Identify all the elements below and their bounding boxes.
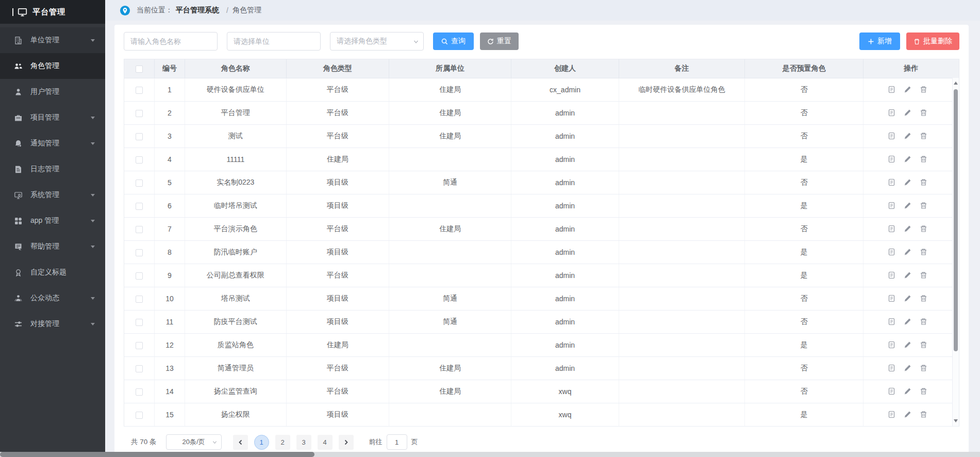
detail-icon[interactable]: [888, 387, 895, 395]
edit-icon[interactable]: [904, 178, 911, 186]
edit-icon[interactable]: [904, 202, 911, 209]
detail-icon[interactable]: [888, 248, 895, 256]
detail-icon[interactable]: [888, 109, 895, 117]
detail-icon[interactable]: [888, 225, 895, 233]
sidebar-item-对接管理[interactable]: 对接管理: [0, 311, 105, 337]
table-vertical-scrollbar[interactable]: [952, 78, 959, 426]
unit-input[interactable]: [227, 32, 321, 51]
edit-icon[interactable]: [904, 295, 911, 302]
sidebar-item-app 管理[interactable]: app 管理: [0, 208, 105, 234]
edit-icon[interactable]: [904, 109, 911, 117]
detail-icon[interactable]: [888, 178, 895, 186]
delete-icon[interactable]: [920, 178, 927, 186]
cell-role-type: 平台级: [286, 101, 389, 124]
row-checkbox[interactable]: [136, 249, 143, 256]
detail-icon[interactable]: [888, 271, 895, 279]
delete-icon[interactable]: [920, 109, 927, 117]
row-checkbox[interactable]: [136, 342, 143, 349]
edit-icon[interactable]: [904, 271, 911, 279]
sidebar-item-通知管理[interactable]: 通知管理: [0, 130, 105, 156]
sidebar-item-公众动态[interactable]: 公众动态: [0, 285, 105, 311]
row-checkbox[interactable]: [136, 87, 143, 94]
page-number-button[interactable]: 4: [318, 435, 333, 450]
sidebar-item-日志管理[interactable]: 日志管理: [0, 156, 105, 182]
sidebar-item-单位管理[interactable]: 单位管理: [0, 27, 105, 53]
row-checkbox[interactable]: [136, 110, 143, 117]
add-button[interactable]: 新增: [859, 32, 900, 50]
row-checkbox[interactable]: [136, 365, 143, 372]
scroll-up-arrow-icon[interactable]: [954, 81, 958, 85]
detail-icon[interactable]: [888, 364, 895, 372]
edit-icon[interactable]: [904, 318, 911, 325]
page-number-button[interactable]: 2: [275, 435, 290, 450]
cell-role-name: 塔吊测试: [185, 287, 286, 310]
detail-icon[interactable]: [888, 295, 895, 302]
edit-icon[interactable]: [904, 248, 911, 256]
page-number-button[interactable]: 1: [254, 435, 269, 450]
delete-icon[interactable]: [920, 202, 927, 209]
detail-icon[interactable]: [888, 86, 895, 93]
row-checkbox[interactable]: [136, 272, 143, 280]
delete-icon[interactable]: [920, 132, 927, 140]
edit-icon[interactable]: [904, 86, 911, 93]
log-icon: [14, 165, 23, 174]
sidebar-item-用户管理[interactable]: 用户管理: [0, 79, 105, 105]
row-checkbox[interactable]: [136, 203, 143, 210]
delete-icon[interactable]: [920, 364, 927, 372]
scrollbar-thumb[interactable]: [954, 89, 958, 351]
row-checkbox[interactable]: [136, 388, 143, 396]
role-type-select[interactable]: 请选择角色类型: [330, 32, 424, 51]
next-page-button[interactable]: [339, 435, 354, 450]
search-button[interactable]: 查询: [433, 32, 474, 50]
detail-icon[interactable]: [888, 202, 895, 209]
row-checkbox[interactable]: [136, 156, 143, 164]
edit-icon[interactable]: [904, 132, 911, 140]
row-checkbox[interactable]: [136, 296, 143, 303]
breadcrumb-root[interactable]: 平台管理系统: [176, 6, 219, 15]
delete-icon[interactable]: [920, 86, 927, 93]
delete-icon[interactable]: [920, 248, 927, 256]
edit-icon[interactable]: [904, 341, 911, 349]
page-size-select[interactable]: 20条/页: [166, 434, 222, 450]
prev-page-button[interactable]: [233, 435, 248, 450]
role-name-input[interactable]: [124, 32, 218, 51]
detail-icon[interactable]: [888, 341, 895, 349]
sidebar-item-角色管理[interactable]: 角色管理: [0, 53, 105, 79]
detail-icon[interactable]: [888, 411, 895, 418]
row-checkbox[interactable]: [136, 226, 143, 233]
delete-icon[interactable]: [920, 155, 927, 163]
delete-icon[interactable]: [920, 271, 927, 279]
sidebar-item-系统管理[interactable]: 系统管理: [0, 182, 105, 208]
row-checkbox[interactable]: [136, 319, 143, 326]
delete-icon[interactable]: [920, 295, 927, 302]
detail-icon[interactable]: [888, 155, 895, 163]
select-all-checkbox[interactable]: [136, 66, 143, 73]
trash-icon: [913, 38, 920, 45]
edit-icon[interactable]: [904, 411, 911, 418]
reset-button[interactable]: 重置: [480, 32, 519, 50]
row-checkbox[interactable]: [136, 179, 143, 187]
detail-icon[interactable]: [888, 318, 895, 325]
delete-icon[interactable]: [920, 341, 927, 349]
edit-icon[interactable]: [904, 155, 911, 163]
delete-icon[interactable]: [920, 411, 927, 418]
page-number-button[interactable]: 3: [296, 435, 311, 450]
horizontal-scrollbar-thumb[interactable]: [0, 452, 314, 457]
sidebar-item-帮助管理[interactable]: 帮助管理: [0, 234, 105, 259]
batch-delete-button[interactable]: 批量删除: [906, 32, 959, 50]
sidebar-item-自定义标题[interactable]: 自定义标题: [0, 259, 105, 285]
delete-icon[interactable]: [920, 318, 927, 325]
scroll-down-arrow-icon[interactable]: [954, 419, 958, 422]
delete-icon[interactable]: [920, 225, 927, 233]
row-checkbox[interactable]: [136, 133, 143, 140]
row-checkbox[interactable]: [136, 412, 143, 419]
sidebar-item-项目管理[interactable]: 项目管理: [0, 105, 105, 130]
horizontal-scrollbar[interactable]: [0, 452, 980, 457]
detail-icon[interactable]: [888, 132, 895, 140]
delete-icon[interactable]: [920, 387, 927, 395]
goto-page-input[interactable]: [387, 434, 407, 450]
edit-icon[interactable]: [904, 387, 911, 395]
edit-icon[interactable]: [904, 225, 911, 233]
cell-role-type: 项目级: [286, 240, 389, 264]
edit-icon[interactable]: [904, 364, 911, 372]
